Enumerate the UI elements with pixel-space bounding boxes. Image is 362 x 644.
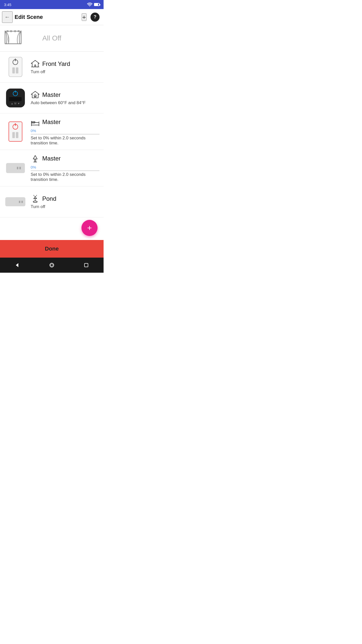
list-item[interactable]: Master 0% Set to 0% within 2.0 seconds t… xyxy=(0,113,104,150)
device-status: Set to 0% within 2.0 seconds transition … xyxy=(31,136,100,146)
status-bar: 3:45 xyxy=(0,0,104,9)
fountain-icon xyxy=(31,194,40,203)
nav-back-button[interactable] xyxy=(12,260,22,270)
page-title: Edit Scene xyxy=(15,14,82,20)
svg-rect-15 xyxy=(35,159,36,162)
device-image-master-dimmer xyxy=(4,120,27,143)
svg-point-17 xyxy=(33,201,37,203)
wifi-icon xyxy=(87,3,93,7)
device-percent: 0% xyxy=(31,165,100,169)
app-bar: ← Edit Scene + ? xyxy=(0,9,104,25)
device-image-front-yard xyxy=(4,56,27,78)
scene-header: All Off xyxy=(0,25,104,52)
device-status: Turn off xyxy=(31,69,100,74)
nav-recents-button[interactable] xyxy=(81,260,91,270)
scene-icon[interactable] xyxy=(4,29,22,47)
device-status: Set to 0% within 2.0 seconds transition … xyxy=(31,172,100,182)
device-name: Master xyxy=(42,155,61,162)
device-percent: 0% xyxy=(31,129,100,133)
thermo-arrow-up: ▲ xyxy=(11,102,13,105)
device-status: Turn off xyxy=(31,204,100,209)
device-name: Master xyxy=(42,118,61,126)
thermostat-icon xyxy=(31,90,40,99)
status-icons xyxy=(87,3,100,7)
list-item[interactable]: Pond Turn off xyxy=(0,186,104,217)
back-button[interactable]: ← xyxy=(2,11,13,23)
device-slider xyxy=(31,134,100,135)
device-name: Master xyxy=(42,91,61,98)
device-info-master-dimmer: Master 0% Set to 0% within 2.0 seconds t… xyxy=(31,117,100,146)
device-slider-row xyxy=(31,134,100,135)
nav-home-button[interactable] xyxy=(47,260,57,270)
thermo-m-label: M xyxy=(14,102,16,105)
bed-icon xyxy=(31,117,40,127)
svg-marker-18 xyxy=(16,263,18,267)
svg-rect-0 xyxy=(5,31,21,44)
status-time: 3:45 xyxy=(4,3,11,7)
help-button[interactable]: ? xyxy=(90,13,100,22)
curtain-icon xyxy=(4,29,22,47)
device-image-pond xyxy=(4,190,27,213)
device-name: Front Yard xyxy=(42,60,70,67)
device-info-master-thermo: Master Auto between 60°F and 84°F xyxy=(31,90,100,105)
device-slider-row xyxy=(31,170,100,171)
list-item[interactable]: Master 0% Set to 0% within 2.0 seconds t… xyxy=(0,150,104,186)
device-image-master-thermo: ▲ M ▼ xyxy=(4,87,27,109)
svg-marker-14 xyxy=(33,155,37,159)
app-bar-actions: + ? xyxy=(82,13,100,22)
svg-rect-21 xyxy=(84,263,88,267)
scene-name[interactable]: All Off xyxy=(22,34,81,42)
device-status: Auto between 60°F and 84°F xyxy=(31,100,100,105)
device-slider xyxy=(31,170,100,171)
add-button[interactable]: + xyxy=(82,13,86,21)
device-info-front-yard: Front Yard Turn off xyxy=(31,59,100,74)
device-list: Front Yard Turn off ▲ M ▼ xyxy=(0,52,104,217)
list-item[interactable]: ▲ M ▼ Master Auto between 60°F and 84°F xyxy=(0,83,104,113)
thermo-arrow-down: ▼ xyxy=(17,102,20,105)
device-info-master-lamp: Master 0% Set to 0% within 2.0 seconds t… xyxy=(31,154,100,182)
fab-container: + xyxy=(0,217,104,240)
fab-add-button[interactable]: + xyxy=(81,220,98,236)
device-name: Pond xyxy=(42,195,56,202)
nav-bar xyxy=(0,258,104,273)
list-item[interactable]: Front Yard Turn off xyxy=(0,52,104,83)
lamp-icon xyxy=(31,154,40,163)
device-image-master-lamp xyxy=(4,157,27,179)
house-icon xyxy=(31,59,40,68)
svg-point-20 xyxy=(51,264,53,266)
battery-icon xyxy=(94,3,100,6)
device-info-pond: Pond Turn off xyxy=(31,194,100,209)
done-button[interactable]: Done xyxy=(0,240,104,258)
